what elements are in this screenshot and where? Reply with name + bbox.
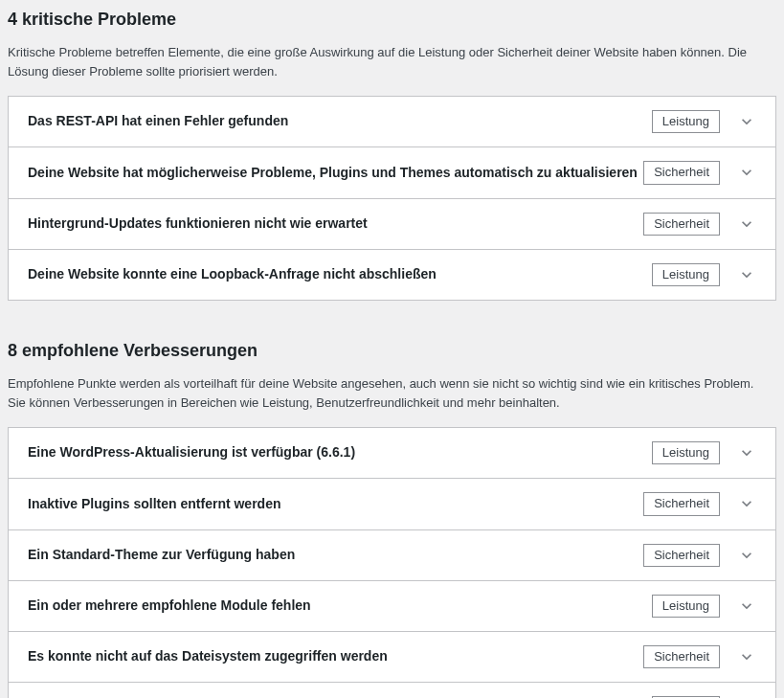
issue-title: Eine WordPress-Aktualisierung ist verfüg… [28, 443, 652, 462]
issue-row[interactable]: Deine Website hat möglicherweise Problem… [9, 147, 775, 198]
recommended-issues-section: 8 empfohlene Verbesserungen Empfohlene P… [8, 339, 776, 698]
chevron-down-icon [737, 597, 756, 616]
category-badge: Sicherheit [643, 645, 720, 668]
chevron-down-icon [737, 647, 756, 666]
issue-title: Es konnte nicht auf das Dateisystem zuge… [28, 647, 643, 666]
issue-title: Das REST-API hat einen Fehler gefunden [28, 112, 652, 131]
chevron-down-icon [737, 214, 756, 234]
category-badge: Sicherheit [643, 213, 720, 236]
category-badge: Sicherheit [643, 492, 720, 515]
category-badge: Leistung [652, 263, 720, 286]
chevron-down-icon [737, 443, 756, 462]
chevron-down-icon [737, 163, 756, 182]
issue-row[interactable]: Das REST-API hat einen Fehler gefundenLe… [9, 97, 775, 147]
issue-title: Hintergrund-Updates funktionieren nicht … [28, 214, 643, 234]
issue-row[interactable]: Deine Website konnte eine Loopback-Anfra… [9, 250, 775, 300]
issue-title: Ein oder mehrere empfohlene Module fehle… [28, 597, 652, 616]
issue-title: Ein Standard-Theme zur Verfügung haben [28, 546, 643, 565]
critical-heading: 4 kritische Probleme [8, 8, 776, 32]
chevron-down-icon [737, 546, 756, 565]
issue-title: Deine Website hat möglicherweise Problem… [28, 164, 643, 183]
chevron-down-icon [737, 265, 756, 284]
issue-row[interactable]: Es konnte nicht auf das Dateisystem zuge… [9, 632, 775, 683]
issue-row[interactable]: Inaktive Plugins sollten entfernt werden… [9, 479, 775, 529]
issue-row[interactable]: Hintergrund-Updates funktionieren nicht … [9, 199, 775, 250]
issue-row[interactable]: Eine WordPress-Aktualisierung ist verfüg… [9, 428, 775, 479]
critical-description: Kritische Probleme betreffen Elemente, d… [8, 43, 773, 80]
issue-title: Inaktive Plugins sollten entfernt werden [28, 495, 643, 514]
chevron-down-icon [737, 112, 756, 131]
recommended-heading: 8 empfohlene Verbesserungen [8, 339, 776, 363]
critical-issues-section: 4 kritische Probleme Kritische Probleme … [8, 8, 776, 301]
issue-row[interactable]: Ein oder mehrere empfohlene Module fehle… [9, 581, 775, 632]
category-badge: Leistung [652, 595, 720, 618]
issue-title: Deine Website konnte eine Loopback-Anfra… [28, 265, 652, 284]
critical-issues-list: Das REST-API hat einen Fehler gefundenLe… [8, 96, 776, 301]
category-badge: Leistung [652, 441, 720, 464]
chevron-down-icon [737, 494, 756, 513]
issue-row[interactable]: Du solltest einen persistenten Objekt-Ca… [9, 683, 775, 698]
category-badge: Sicherheit [643, 161, 720, 184]
category-badge: Sicherheit [643, 544, 720, 567]
category-badge: Leistung [652, 110, 720, 133]
recommended-description: Empfohlene Punkte werden als vorteilhaft… [8, 374, 773, 412]
recommended-issues-list: Eine WordPress-Aktualisierung ist verfüg… [8, 427, 776, 698]
issue-row[interactable]: Ein Standard-Theme zur Verfügung habenSi… [9, 530, 775, 581]
